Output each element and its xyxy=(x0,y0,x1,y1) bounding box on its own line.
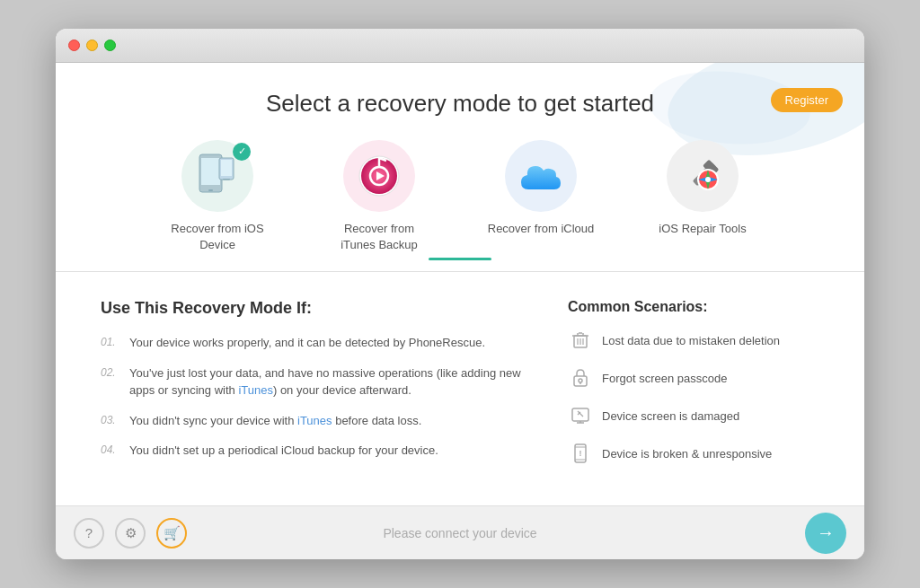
svg-rect-24 xyxy=(574,376,587,386)
itunes-icon xyxy=(357,154,402,198)
trash-icon xyxy=(568,328,593,353)
svg-rect-27 xyxy=(572,408,588,421)
screen-icon xyxy=(568,403,593,428)
page-title: Select a recovery mode to get started xyxy=(74,90,846,118)
recovery-modes: ✓ Recover from iOS Device xyxy=(74,140,846,253)
close-button[interactable] xyxy=(68,39,80,51)
register-button[interactable]: Register xyxy=(771,88,843,112)
maximize-button[interactable] xyxy=(104,39,116,51)
point-2-text: You've just lost your data, and have no … xyxy=(129,364,532,399)
mode-repair-label: iOS Repair Tools xyxy=(659,221,746,237)
help-button[interactable]: ? xyxy=(74,518,104,549)
mode-ios-device-label: Recover from iOS Device xyxy=(164,221,271,253)
minimize-button[interactable] xyxy=(86,39,98,51)
mode-ios-repair[interactable]: iOS Repair Tools xyxy=(649,140,756,253)
svg-point-15 xyxy=(705,177,711,182)
point-3-num: 03. xyxy=(101,412,129,428)
point-2: 02. You've just lost your data, and have… xyxy=(101,364,532,399)
mode-itunes-backup[interactable]: Recover from iTunes Backup xyxy=(325,140,433,253)
status-text: Please connect your device xyxy=(383,526,536,540)
point-4-text: You didn't set up a periodical iCloud ba… xyxy=(129,442,532,460)
footer-right: → xyxy=(805,513,846,554)
scenario-1: Lost data due to mistaken deletion xyxy=(568,328,819,353)
broken-icon: ! xyxy=(568,441,593,466)
use-mode-title: Use This Recovery Mode If: xyxy=(101,299,532,318)
footer-left: ? ⚙ 🛒 xyxy=(74,518,187,549)
ios-device-icon-wrap: ✓ xyxy=(181,140,253,212)
main-content: Use This Recovery Mode If: 01. Your devi… xyxy=(56,272,864,505)
footer: ? ⚙ 🛒 Please connect your device → xyxy=(56,505,864,559)
svg-rect-5 xyxy=(223,179,230,180)
point-2-num: 02. xyxy=(101,364,129,381)
common-scenarios-title: Common Scenarios: xyxy=(568,299,819,315)
mode-ios-device[interactable]: ✓ Recover from iOS Device xyxy=(164,140,271,253)
next-arrow-icon: → xyxy=(817,522,835,543)
next-button[interactable]: → xyxy=(805,513,846,554)
mode-icloud-label: Recover from iCloud xyxy=(488,221,595,237)
itunes-icon-wrap xyxy=(343,140,415,212)
svg-rect-4 xyxy=(221,160,232,176)
svg-point-25 xyxy=(579,379,582,382)
point-4: 04. You didn't set up a periodical iClou… xyxy=(101,442,532,460)
mode-itunes-backup-label: Recover from iTunes Backup xyxy=(325,221,433,253)
selected-underline xyxy=(429,258,491,260)
lock-icon xyxy=(568,365,593,391)
svg-rect-1 xyxy=(201,158,220,185)
icloud-icon xyxy=(516,157,566,195)
svg-text:!: ! xyxy=(579,449,582,458)
scenario-2-text: Forgot screen passcode xyxy=(602,372,727,385)
point-3-text: You didn't sync your device with iTunes … xyxy=(129,412,532,430)
scenario-4-text: Device is broken & unresponsive xyxy=(602,447,772,461)
traffic-lights xyxy=(68,39,116,51)
repair-icon xyxy=(679,153,726,199)
main-window: Select a recovery mode to get started Re… xyxy=(56,29,864,559)
point-4-num: 04. xyxy=(101,442,129,458)
svg-rect-2 xyxy=(208,189,213,191)
icloud-icon-wrap xyxy=(505,140,577,212)
point-3: 03. You didn't sync your device with iTu… xyxy=(101,412,532,430)
titlebar xyxy=(56,29,864,63)
selected-checkmark: ✓ xyxy=(233,143,251,161)
right-panel: Common Scenarios: Lost data due to mista xyxy=(568,299,819,478)
scenario-3: Device screen is damaged xyxy=(568,403,819,428)
left-panel: Use This Recovery Mode If: 01. Your devi… xyxy=(101,299,532,478)
scenario-2: Forgot screen passcode xyxy=(568,365,819,391)
scenario-1-text: Lost data due to mistaken deletion xyxy=(602,334,780,347)
point-1-num: 01. xyxy=(101,334,129,350)
scenario-4: ! Device is broken & unresponsive xyxy=(568,441,819,466)
mode-icloud[interactable]: Recover from iCloud xyxy=(487,140,595,253)
point-1: 01. Your device works properly, and it c… xyxy=(101,334,532,352)
cart-button[interactable]: 🛒 xyxy=(156,518,187,549)
settings-button[interactable]: ⚙ xyxy=(115,518,146,549)
header: Select a recovery mode to get started Re… xyxy=(56,63,864,272)
point-1-text: Your device works properly, and it can b… xyxy=(129,334,532,352)
scenario-3-text: Device screen is damaged xyxy=(602,409,739,423)
repair-icon-wrap xyxy=(667,140,739,212)
